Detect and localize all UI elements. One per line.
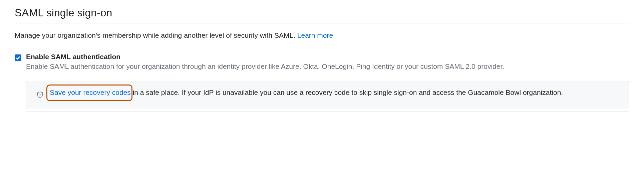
- section-heading: SAML single sign-on: [15, 7, 629, 23]
- intro-text: Manage your organization's membership wh…: [15, 31, 297, 39]
- learn-more-link[interactable]: Learn more: [297, 31, 333, 39]
- note-box-wrapper: Save your recovery codes in a safe place…: [26, 81, 629, 112]
- note-rest: in a safe place. If your IdP is unavaila…: [131, 89, 563, 96]
- enable-saml-row: Enable SAML authentication Enable SAML a…: [15, 53, 629, 71]
- enable-saml-description: Enable SAML authentication for your orga…: [26, 62, 504, 70]
- save-recovery-codes-link[interactable]: Save your recovery codes: [50, 89, 131, 96]
- note-text: Save your recovery codes in a safe place…: [50, 87, 563, 98]
- intro-paragraph: Manage your organization's membership wh…: [15, 31, 629, 39]
- enable-saml-label: Enable SAML authentication: [26, 53, 629, 61]
- enable-saml-checkbox[interactable]: [15, 54, 21, 61]
- shield-icon: [36, 91, 44, 99]
- svg-point-0: [40, 94, 41, 95]
- recovery-codes-note: Save your recovery codes in a safe place…: [26, 81, 629, 109]
- check-icon: [16, 55, 20, 60]
- second-box-divider: [26, 109, 629, 112]
- checkbox-body: Enable SAML authentication Enable SAML a…: [26, 53, 629, 71]
